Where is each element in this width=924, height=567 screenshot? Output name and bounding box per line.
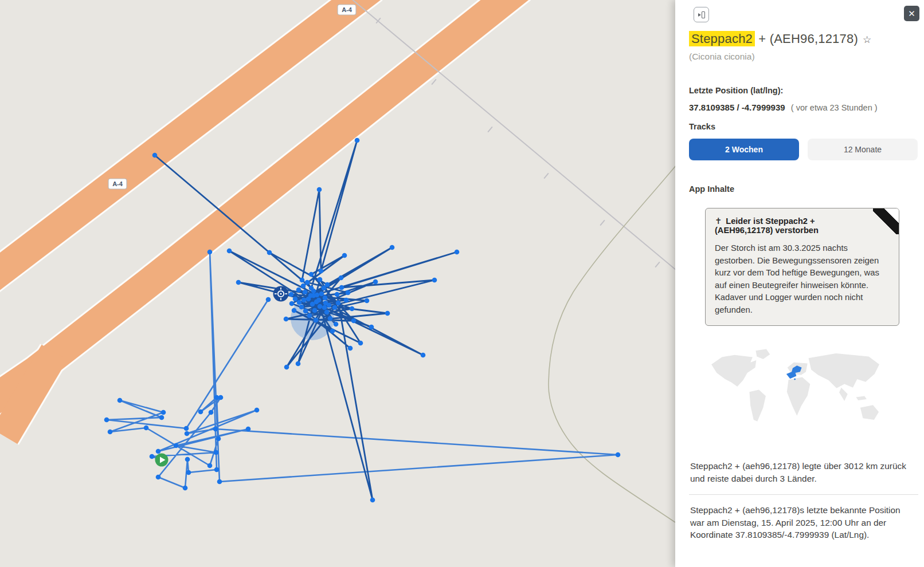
world-overview-map bbox=[703, 346, 895, 434]
animal-name-highlight: Steppach2 bbox=[689, 31, 755, 46]
species-name: (Ciconia ciconia) bbox=[689, 52, 918, 62]
close-icon: ✕ bbox=[908, 9, 915, 18]
svg-text:A-4: A-4 bbox=[112, 180, 123, 187]
cross-icon: ✝ bbox=[715, 216, 722, 226]
road-badge: A-4 bbox=[108, 179, 127, 189]
divider bbox=[689, 494, 918, 495]
close-button[interactable]: ✕ bbox=[904, 6, 919, 21]
death-notice-card: ✝Leider ist Steppach2 + (AEH96,12178) ve… bbox=[705, 208, 899, 326]
continent-south-america bbox=[749, 390, 766, 422]
continent-indonesia bbox=[856, 396, 866, 400]
current-position-marker bbox=[273, 286, 289, 302]
animal-tracker-app: A-4A-4 ✕ Steppach2 + (AEH96,12178)☆ (Cic… bbox=[0, 0, 924, 567]
visited-dot bbox=[794, 379, 796, 380]
favorite-star-icon[interactable]: ☆ bbox=[863, 34, 871, 45]
twelve-months-button[interactable]: 12 Monate bbox=[808, 139, 918, 160]
distance-summary: Steppach2 + (aeh96,12178) legte über 301… bbox=[689, 460, 918, 485]
detail-panel: ✕ Steppach2 + (AEH96,12178)☆ (Ciconia ci… bbox=[675, 0, 924, 567]
tracks-label: Tracks bbox=[689, 122, 918, 131]
track-start-marker bbox=[155, 454, 169, 467]
last-position-label: Letzte Position (lat/lng): bbox=[689, 86, 918, 95]
death-notice-title: ✝Leider ist Steppach2 + (AEH96,12178) ve… bbox=[715, 216, 890, 235]
map-canvas[interactable]: A-4A-4 bbox=[0, 0, 675, 567]
continent-greenland bbox=[755, 349, 770, 360]
mourning-ribbon-corner bbox=[873, 208, 899, 234]
app-contents-label: App Inhalte bbox=[689, 184, 918, 194]
page-title: Steppach2 + (AEH96,12178)☆ bbox=[689, 32, 918, 46]
coordinates-age: ( vor etwa 23 Stunden ) bbox=[791, 103, 878, 112]
coordinates-line: 37.8109385 / -4.7999939 ( vor etwa 23 St… bbox=[689, 103, 918, 112]
svg-text:A-4: A-4 bbox=[342, 6, 353, 13]
coordinates-value: 37.8109385 / -4.7999939 bbox=[689, 103, 785, 112]
death-notice-body: Der Storch ist am 30.3.2025 nachts gesto… bbox=[715, 242, 890, 316]
panel-toggle-button[interactable] bbox=[694, 7, 709, 22]
continent-africa bbox=[787, 377, 811, 415]
continent-australia bbox=[860, 405, 879, 420]
two-weeks-button[interactable]: 2 Wochen bbox=[689, 139, 799, 160]
animal-id: + (AEH96,12178) bbox=[755, 32, 858, 46]
continent-north-america bbox=[711, 355, 756, 387]
track-range-switch: 2 Wochen 12 Monate bbox=[689, 139, 918, 160]
continent-asia bbox=[809, 353, 879, 388]
last-position-summary: Steppach2 + (aeh96,12178)s letzte bekann… bbox=[689, 504, 918, 541]
track-map[interactable]: A-4A-4 bbox=[0, 0, 675, 567]
road-badge: A-4 bbox=[338, 5, 356, 15]
continent-india bbox=[839, 388, 848, 401]
panel-toggle-icon bbox=[698, 11, 705, 18]
